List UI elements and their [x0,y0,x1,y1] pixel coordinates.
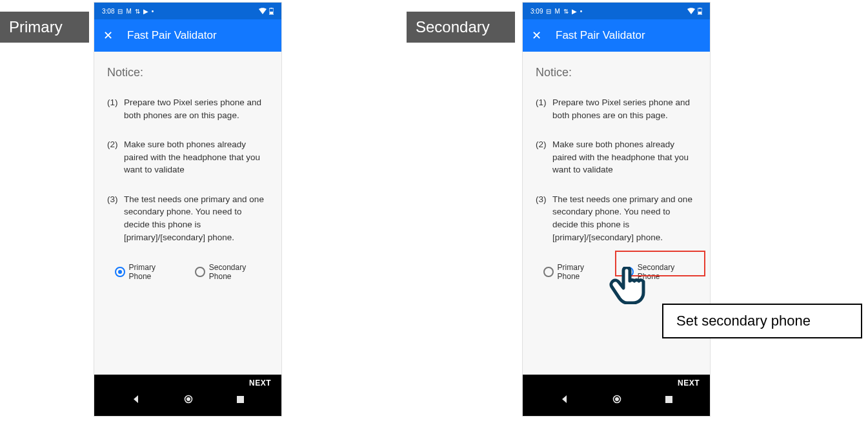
svg-rect-8 [698,12,701,14]
bottombar: NEXT [523,375,710,416]
radio-secondary-phone[interactable]: Secondary Phone [195,263,268,281]
radio-label: Primary Phone [129,263,179,281]
battery-icon [698,8,702,15]
svg-point-10 [615,397,619,401]
step-text: The test needs one primary and one secon… [552,193,697,244]
radio-label: Secondary Phone [209,263,268,281]
app-title: Fast Pair Validator [556,29,645,42]
radio-primary-phone[interactable]: Primary Phone [543,263,607,281]
nav-back-icon[interactable] [132,395,141,406]
data-icon: ⇅ [135,8,140,15]
step-text: Make sure both phones already paired wit… [552,138,697,176]
phone-secondary: 3:09 ⊟ M ⇅ ▶ • ✕ Fast Pair Validator Not… [523,3,710,416]
radio-label: Secondary Phone [638,263,697,281]
data-icon: ⇅ [563,8,569,15]
nav-back-icon[interactable] [560,395,569,406]
step-text: Prepare two Pixel series phone and both … [124,96,268,121]
callout-secondary: Set secondary phone [662,304,862,338]
tag-primary: Primary [0,12,89,43]
step-num: (1) [107,96,124,121]
more-icon: • [580,8,583,15]
svg-rect-7 [699,8,701,8]
step-2: (2) Make sure both phones already paired… [107,138,268,176]
content: Notice: (1) Prepare two Pixel series pho… [94,52,281,281]
radio-primary-phone[interactable]: Primary Phone [115,263,178,281]
step-num: (2) [536,138,552,176]
nav-recent-icon[interactable] [236,395,245,406]
nav-recent-icon[interactable] [665,395,673,406]
battery-icon [269,8,274,15]
svg-point-4 [187,397,190,401]
step-1: (1) Prepare two Pixel series phone and b… [536,96,697,121]
notice-heading: Notice: [536,66,697,79]
wifi-icon [687,8,695,14]
phone-primary: 3:08 ⊟ M ⇅ ▶ • ✕ Fast Pair Validator Not… [94,3,281,416]
statusbar: 3:08 ⊟ M ⇅ ▶ • [94,3,281,19]
close-icon[interactable]: ✕ [532,30,541,41]
more-icon: • [152,8,154,15]
step-3: (3) The test needs one primary and one s… [536,193,697,244]
content: Notice: (1) Prepare two Pixel series pho… [523,52,710,281]
tag-secondary: Secondary [407,12,515,43]
gmail-icon: M [554,8,560,15]
nav-home-icon[interactable] [184,395,193,406]
nav-home-icon[interactable] [612,395,621,406]
hand-cursor-icon [609,267,645,307]
radio-icon [195,267,205,277]
svg-rect-1 [270,8,272,8]
radio-label: Primary Phone [558,263,607,281]
radio-icon [115,267,125,277]
clock: 3:08 [102,8,114,15]
step-num: (3) [107,193,124,244]
nav-row [94,388,281,416]
step-3: (3) The test needs one primary and one s… [107,193,268,244]
next-button[interactable]: NEXT [678,378,700,388]
step-num: (3) [536,193,552,244]
wifi-icon [259,8,267,14]
next-button[interactable]: NEXT [249,378,271,388]
radio-group: Primary Phone Secondary Phone [107,263,268,281]
appbar: ✕ Fast Pair Validator [94,19,281,52]
step-1: (1) Prepare two Pixel series phone and b… [107,96,268,121]
statusbar: 3:09 ⊟ M ⇅ ▶ • [523,3,710,19]
step-num: (1) [536,96,552,121]
close-icon[interactable]: ✕ [103,30,113,41]
radio-icon [543,267,554,277]
screenshot-icon: ⊟ [117,8,123,15]
app-title: Fast Pair Validator [127,29,217,42]
gmail-icon: M [126,8,131,15]
step-2: (2) Make sure both phones already paired… [536,138,697,176]
nav-row [523,388,710,416]
svg-rect-11 [665,396,672,403]
step-num: (2) [107,138,124,176]
youtube-icon: ▶ [143,8,148,15]
bottombar: NEXT [94,375,281,416]
step-text: The test needs one primary and one secon… [124,193,268,244]
youtube-icon: ▶ [572,8,577,15]
step-text: Prepare two Pixel series phone and both … [552,96,697,121]
svg-rect-2 [270,12,273,14]
screenshot-icon: ⊟ [546,8,551,15]
svg-rect-5 [237,396,244,403]
notice-heading: Notice: [107,66,268,79]
appbar: ✕ Fast Pair Validator [523,19,710,52]
step-text: Make sure both phones already paired wit… [124,138,268,176]
clock: 3:09 [530,8,543,15]
